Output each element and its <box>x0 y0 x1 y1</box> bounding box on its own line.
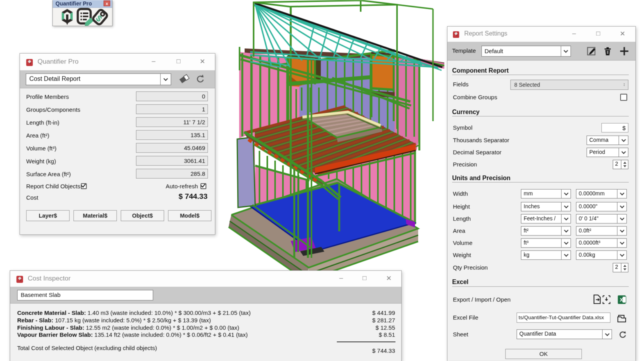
svg-text:X: X <box>620 297 623 303</box>
